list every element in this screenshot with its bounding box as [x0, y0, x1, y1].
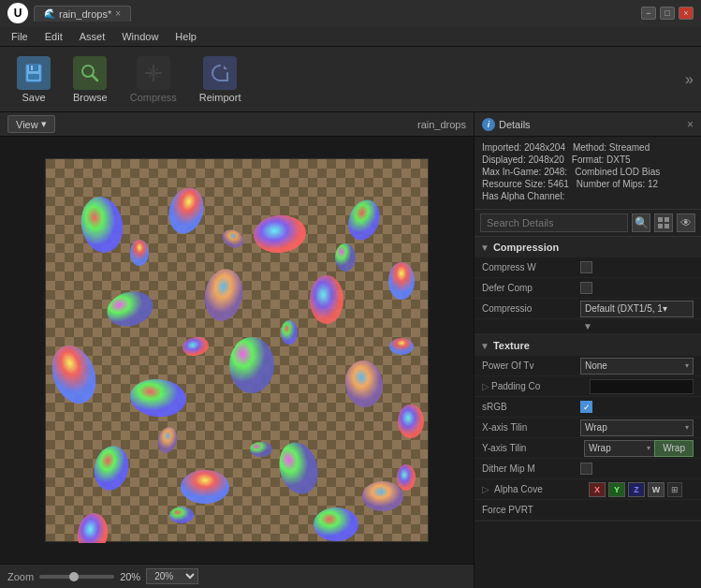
- displayed-row: Displayed: 2048x20 Format: DXT5: [482, 154, 694, 165]
- power-of-two-label: Power Of Tv: [482, 360, 580, 371]
- eye-icon[interactable]: 👁: [677, 213, 695, 232]
- padding-co-input[interactable]: [590, 379, 694, 394]
- compression-expand-icon[interactable]: ▼: [583, 321, 592, 331]
- compress-without-alpha-checkbox[interactable]: [580, 261, 592, 273]
- details-info-section: Imported: 2048x204 Method: Streamed Disp…: [475, 137, 701, 210]
- zoom-dropdown[interactable]: 20% 50% 100% 200%: [146, 568, 198, 584]
- menu-help[interactable]: Help: [168, 29, 204, 44]
- imported-value: Imported: 2048x204: [482, 142, 565, 153]
- power-of-two-value: None ▾: [580, 358, 694, 375]
- raindrops-svg: [46, 159, 430, 543]
- method-value: Method: Streamed: [573, 142, 650, 153]
- svg-rect-35: [658, 217, 663, 222]
- texture-header[interactable]: ▼ Texture: [475, 335, 701, 356]
- x-axis-row: X-axis Tilin Wrap ▾: [475, 418, 701, 438]
- svg-point-8: [252, 213, 307, 256]
- info-icon: i: [482, 118, 495, 131]
- compression-settings-label: Compressio: [482, 303, 580, 314]
- dither-mip-checkbox[interactable]: [580, 463, 592, 475]
- tab-label: rain_drops*: [59, 8, 111, 20]
- save-icon: [17, 56, 51, 90]
- title-bar: U 🌊 rain_drops* × − □ ×: [0, 0, 701, 26]
- compression-section: ▼ Compression Compress W Defer Comp: [475, 237, 701, 335]
- reimport-label: Reimport: [199, 92, 241, 103]
- compression-arrow-icon: ▼: [480, 243, 489, 253]
- compression-settings-dropdown[interactable]: Default (DXT1/5, 1▾: [580, 301, 694, 317]
- y-axis-row: Y-axis Tilin Wrap ▾ Wrap: [475, 438, 701, 459]
- channel-extra-button[interactable]: ⊞: [667, 482, 682, 497]
- ue-logo: U: [7, 3, 28, 23]
- force-pvrt-label: Force PVRT: [482, 505, 580, 515]
- svg-point-21: [273, 438, 323, 498]
- tab-rain-drops[interactable]: 🌊 rain_drops* ×: [34, 6, 131, 22]
- svg-point-18: [398, 404, 424, 438]
- texture-arrow-icon: ▼: [480, 341, 489, 351]
- close-button[interactable]: ×: [679, 7, 694, 20]
- padding-sub-arrow: ▷: [482, 381, 489, 391]
- menu-file[interactable]: File: [4, 29, 36, 44]
- padding-co-row: ▷ Padding Co: [475, 376, 701, 397]
- svg-rect-36: [664, 217, 669, 222]
- zoom-label: Zoom: [7, 571, 34, 582]
- menu-edit[interactable]: Edit: [37, 29, 70, 44]
- channel-x-button[interactable]: X: [589, 482, 606, 497]
- compression-title: Compression: [493, 242, 559, 253]
- padding-co-value: [590, 379, 694, 394]
- alpha-cove-row: ▷ Alpha Cove X Y Z W ⊞: [475, 479, 701, 500]
- reimport-button[interactable]: Reimport: [190, 52, 251, 107]
- power-of-two-dropdown[interactable]: None ▾: [580, 358, 694, 375]
- details-title-text: Details: [499, 119, 531, 130]
- viewport-header: View ▾ rain_drops: [0, 112, 474, 137]
- view-button[interactable]: View ▾: [7, 115, 55, 133]
- toolbar: Save Browse Compress Reimport: [0, 47, 701, 112]
- svg-line-5: [93, 75, 98, 81]
- lod-bias-value: Combined LOD Bias: [575, 167, 660, 177]
- svg-point-23: [75, 511, 110, 543]
- channel-w-button[interactable]: W: [648, 482, 664, 497]
- compress-icon: [137, 56, 170, 90]
- y-axis-tag[interactable]: Wrap: [654, 440, 694, 457]
- svg-point-25: [130, 240, 149, 266]
- imported-row: Imported: 2048x204 Method: Streamed: [482, 142, 694, 153]
- mips-value: Number of Mips: 12: [577, 179, 658, 189]
- reimport-icon: [203, 56, 237, 90]
- svg-point-12: [200, 266, 246, 324]
- window-controls: − □ ×: [641, 7, 694, 20]
- svg-point-14: [46, 339, 104, 409]
- menu-window[interactable]: Window: [114, 29, 166, 44]
- svg-point-27: [335, 243, 356, 272]
- svg-rect-3: [31, 66, 33, 70]
- channel-z-button[interactable]: Z: [628, 482, 645, 497]
- menu-asset[interactable]: Asset: [72, 29, 113, 44]
- details-close-button[interactable]: ×: [687, 118, 694, 131]
- toolbar-expand-icon[interactable]: »: [685, 71, 694, 88]
- compress-without-alpha-value: [580, 261, 694, 273]
- x-axis-value: Wrap ▾: [580, 419, 694, 436]
- search-input[interactable]: [480, 213, 628, 232]
- max-ingame-row: Max In-Game: 2048: Combined LOD Bias: [482, 167, 694, 177]
- browse-button[interactable]: Browse: [64, 52, 117, 107]
- svg-rect-1: [29, 65, 38, 71]
- defer-compression-checkbox[interactable]: [580, 282, 592, 294]
- svg-point-24: [314, 507, 358, 541]
- compression-header[interactable]: ▼ Compression: [475, 237, 701, 257]
- srgb-checkbox[interactable]: ✓: [580, 401, 592, 413]
- svg-rect-38: [664, 224, 669, 228]
- menu-bar: File Edit Asset Window Help: [0, 26, 701, 47]
- zoom-slider[interactable]: [39, 575, 114, 579]
- minimize-button[interactable]: −: [641, 7, 656, 20]
- defer-compression-value: [580, 282, 694, 294]
- channel-y-button[interactable]: Y: [608, 482, 625, 497]
- zoom-thumb: [69, 572, 79, 581]
- x-axis-dropdown[interactable]: Wrap ▾: [580, 419, 694, 436]
- save-button[interactable]: Save: [7, 52, 60, 107]
- svg-rect-37: [658, 224, 663, 228]
- compress-button[interactable]: Compress: [121, 52, 186, 107]
- max-ingame-value: Max In-Game: 2048:: [482, 167, 567, 177]
- tab-close-icon[interactable]: ×: [115, 8, 121, 19]
- grid-view-icon[interactable]: [654, 213, 673, 232]
- y-axis-dropdown[interactable]: Wrap ▾: [584, 440, 654, 457]
- maximize-button[interactable]: □: [660, 7, 675, 20]
- search-icon[interactable]: 🔍: [632, 213, 650, 232]
- srgb-value: ✓: [580, 401, 694, 413]
